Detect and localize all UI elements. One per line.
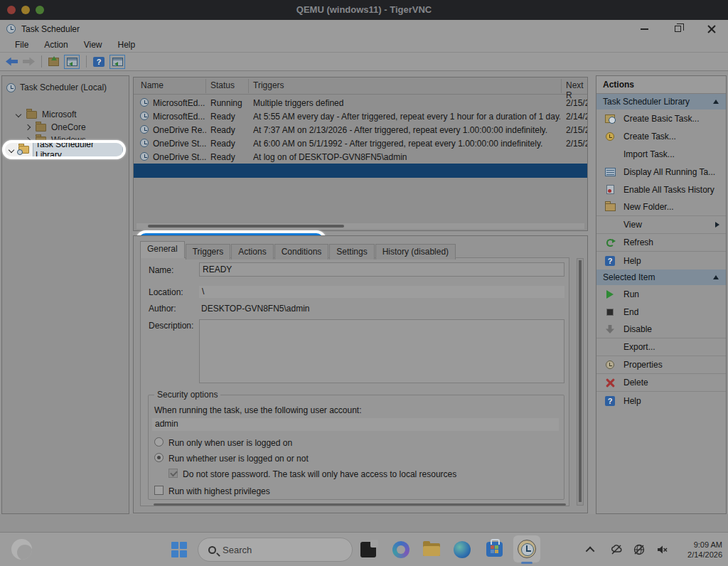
details-vertical-scrollbar[interactable] (577, 258, 584, 506)
scrollbar-thumb[interactable] (579, 260, 582, 502)
chevron-down-icon[interactable] (16, 112, 21, 117)
section-header-label: Selected Item (603, 272, 655, 282)
table-row[interactable]: OneDrive Re... Ready At 7:37 AM on 2/13/… (134, 124, 587, 137)
cell-name: OneDrive Re... (153, 125, 206, 135)
search-input[interactable] (223, 545, 329, 555)
tree-item-onecore[interactable]: OneCore (2, 121, 129, 134)
menu-file[interactable]: File (7, 38, 36, 52)
action-refresh[interactable]: Refresh (596, 234, 726, 252)
file-explorer-icon[interactable] (423, 543, 440, 556)
action-delete[interactable]: Delete (596, 374, 726, 392)
back-icon[interactable] (6, 58, 18, 66)
action-properties[interactable]: Properties (596, 356, 726, 374)
radio-run-logged-on-or-not-label[interactable]: Run whether user is logged on or not (168, 454, 309, 464)
tab-triggers[interactable]: Triggers (186, 244, 231, 260)
radio-run-logged-on-or-not[interactable] (154, 453, 164, 462)
show-hide-console-tree-toggle[interactable] (64, 55, 80, 69)
show-hide-action-pane-toggle[interactable] (109, 55, 125, 69)
active-app-indicator (521, 562, 532, 564)
desktop-peek-icon[interactable] (360, 542, 376, 557)
column-header-name[interactable]: Name (141, 80, 164, 90)
action-disable[interactable]: Disable (596, 321, 726, 338)
horizontal-scrollbar[interactable] (136, 223, 584, 229)
cell-name: OneDrive St... (153, 152, 206, 162)
checkbox-highest-privileges-label[interactable]: Run with highest privileges (168, 486, 270, 496)
tree-item-microsoft[interactable]: Microsoft (2, 108, 129, 121)
forward-icon[interactable] (23, 58, 35, 66)
tree-item-root[interactable]: Task Scheduler (Local) (2, 81, 129, 94)
table-row[interactable]: MicrosoftEd... Running Multiple triggers… (134, 97, 587, 110)
action-display-all-running[interactable]: Display All Running Ta... (596, 163, 726, 181)
column-header-triggers[interactable]: Triggers (253, 80, 284, 90)
tab-actions[interactable]: Actions (231, 244, 273, 260)
tab-history[interactable]: History (disabled) (375, 244, 456, 260)
table-row-selected[interactable] (134, 164, 587, 178)
tab-general[interactable]: General (140, 241, 185, 258)
action-view[interactable]: View (596, 216, 726, 234)
account-value[interactable]: admin (152, 418, 559, 431)
details-horizontal-scrollbar[interactable] (154, 503, 566, 506)
table-row[interactable]: OneDrive St... Ready At 6:00 AM on 5/1/1… (134, 137, 587, 151)
action-create-basic-task[interactable]: Create Basic Task... (596, 110, 726, 127)
volume-muted-icon[interactable] (655, 543, 668, 556)
taskbar-search[interactable] (198, 538, 353, 562)
task-icon (140, 152, 149, 161)
no-network-globe-icon[interactable] (633, 543, 646, 556)
action-help-selected[interactable]: Help (596, 392, 726, 410)
collapse-icon[interactable] (713, 275, 719, 279)
tree-item-label: Microsoft (42, 110, 77, 119)
start-button[interactable] (171, 542, 187, 557)
cell-status: Ready (210, 152, 250, 162)
up-one-level-icon[interactable] (48, 58, 59, 66)
name-field[interactable]: READY (199, 262, 564, 277)
action-create-task[interactable]: Create Task... (596, 127, 726, 145)
system-tray: 9:09 AM 2/14/2026 (588, 533, 728, 566)
tree-item-library-highlight[interactable]: Task Scheduler Library (2, 140, 126, 159)
action-run[interactable]: Run (596, 285, 726, 303)
location-label: Location: (149, 287, 183, 297)
section-header-library[interactable]: Task Scheduler Library (596, 94, 726, 110)
minimize-button[interactable] (628, 20, 661, 38)
action-end[interactable]: End (596, 303, 726, 321)
column-header-status[interactable]: Status (210, 80, 235, 90)
copilot-icon[interactable] (392, 541, 410, 558)
close-button[interactable] (695, 20, 728, 38)
description-field[interactable] (199, 319, 564, 383)
app-titlebar[interactable]: Task Scheduler (0, 20, 728, 38)
general-tab-content: Name: READY Location: \ Author: DESKTOP-… (140, 257, 569, 506)
action-import-task[interactable]: Import Task... (596, 145, 726, 163)
radio-run-logged-on[interactable] (154, 437, 164, 447)
edge-browser-icon[interactable] (454, 541, 471, 558)
checkbox-highest-privileges[interactable] (154, 486, 164, 495)
taskbar-clock[interactable]: 9:09 AM 2/14/2026 (678, 540, 722, 560)
checkbox-no-password[interactable] (168, 469, 178, 478)
account-prompt: When running the task, use the following… (154, 405, 362, 415)
task-icon (140, 125, 149, 134)
section-header-selected-item[interactable]: Selected Item (596, 269, 726, 285)
table-row[interactable]: OneDrive St... Ready At log on of DESKTO… (134, 151, 587, 164)
action-new-folder[interactable]: New Folder... (596, 198, 726, 216)
onedrive-offline-icon[interactable] (610, 543, 623, 556)
restore-button[interactable] (661, 20, 695, 38)
action-export[interactable]: Export... (596, 338, 726, 356)
tab-settings[interactable]: Settings (329, 244, 374, 260)
enable-history-icon (604, 184, 616, 196)
menu-action[interactable]: Action (36, 38, 75, 52)
microsoft-store-icon[interactable] (486, 542, 503, 557)
action-help[interactable]: Help (596, 252, 726, 269)
scrollbar-thumb[interactable] (148, 225, 344, 228)
tab-conditions[interactable]: Conditions (274, 244, 329, 260)
collapse-icon[interactable] (713, 100, 719, 104)
import-task-icon (604, 149, 616, 160)
help-icon[interactable] (93, 57, 105, 67)
chevron-right-icon[interactable] (25, 124, 31, 130)
action-enable-history[interactable]: Enable All Tasks History (596, 181, 726, 198)
menu-view[interactable]: View (76, 38, 110, 52)
vnc-titlebar: QEMU (windows11) - TigerVNC (0, 0, 728, 20)
radio-run-logged-on-label[interactable]: Run only when user is logged on (168, 438, 292, 448)
tray-overflow-chevron-icon[interactable] (586, 546, 595, 555)
task-scheduler-taskbar-icon[interactable] (513, 535, 540, 562)
table-row[interactable]: MicrosoftEd... Ready At 5:55 AM every da… (134, 110, 587, 124)
menu-help[interactable]: Help (110, 38, 144, 52)
chevron-down-icon[interactable] (9, 146, 14, 152)
